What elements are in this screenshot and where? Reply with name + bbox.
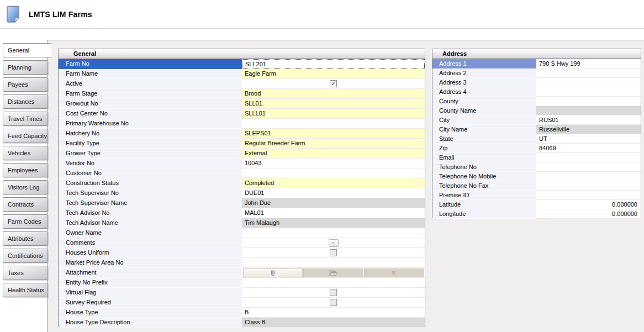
growout-no-value[interactable]: SLL01	[242, 99, 425, 109]
telephone-no-fax-value[interactable]	[536, 181, 641, 191]
tab-certifications[interactable]: Certifications	[3, 249, 48, 263]
construction-status-value[interactable]: Completed	[242, 178, 425, 188]
active-label[interactable]: Active	[59, 79, 242, 89]
houses-uniform-label[interactable]: Houses Uniform	[59, 248, 242, 258]
delete-attachment-button[interactable]: ×	[364, 268, 424, 277]
tab-employees[interactable]: Employees	[3, 163, 48, 177]
vendor-no-label[interactable]: Vendor No	[59, 159, 242, 168]
farm-name-label[interactable]: Farm Name	[59, 69, 242, 79]
telephone-no-label[interactable]: Telephone No	[432, 162, 536, 172]
entity-no-prefix-value[interactable]	[242, 278, 425, 288]
tab-feed-capacity[interactable]: Feed Capacity	[3, 129, 48, 143]
address-1-label[interactable]: Address 1	[432, 59, 536, 68]
primary-warehouse-no-label[interactable]: Primary Warehouse No	[59, 119, 242, 129]
hatchery-no-value[interactable]: SLEPS01	[242, 129, 425, 139]
tab-travel-times[interactable]: Travel Times	[3, 112, 48, 126]
grower-type-label[interactable]: Grower Type	[59, 149, 242, 159]
open-attachment-button[interactable]	[303, 268, 363, 277]
address-1-value[interactable]: 790 S Hwy 199	[536, 59, 641, 68]
growout-no-label[interactable]: Growout No	[59, 99, 242, 109]
house-type-value[interactable]: B	[242, 308, 425, 318]
hatchery-no-label[interactable]: Hatchery No	[59, 129, 242, 139]
premise-id-value[interactable]	[536, 191, 641, 200]
farm-no-label[interactable]: Farm No	[59, 59, 242, 69]
premise-id-label[interactable]: Premise ID	[432, 191, 536, 200]
state-label[interactable]: State	[432, 134, 536, 144]
state-value[interactable]: UT	[536, 134, 641, 144]
house-type-label[interactable]: House Type	[59, 308, 242, 318]
address-4-value[interactable]	[536, 87, 641, 97]
virtual-flag-checkbox[interactable]	[330, 289, 337, 296]
cost-center-no-value[interactable]: SLLL01	[242, 109, 425, 119]
tab-vehicles[interactable]: Vehicles	[3, 146, 48, 160]
latitude-value[interactable]: 0.000000	[536, 200, 641, 209]
email-label[interactable]: Email	[432, 153, 536, 162]
market-price-area-no-value[interactable]	[242, 258, 425, 268]
telephone-no-fax-label[interactable]: Telephone No Fax	[432, 181, 536, 191]
city-label[interactable]: City	[432, 115, 536, 125]
farm-stage-value[interactable]: Brood	[242, 89, 425, 99]
tab-general[interactable]: General	[3, 43, 51, 57]
tab-attributes[interactable]: Attributes	[3, 231, 48, 246]
farm-no-value[interactable]: SLL201	[242, 59, 425, 69]
tab-health-status[interactable]: Health Status	[3, 283, 48, 297]
customer-no-value[interactable]	[242, 168, 425, 178]
comments-button[interactable]: a	[329, 239, 339, 247]
county-value[interactable]	[536, 97, 641, 106]
facility-type-label[interactable]: Facility Type	[59, 139, 242, 149]
tech-supervisor-no-label[interactable]: Tech Supervisor No	[59, 188, 242, 198]
telephone-no-value[interactable]	[536, 162, 641, 172]
owner-name-value[interactable]	[242, 228, 425, 238]
address-2-value[interactable]	[536, 68, 641, 78]
tech-supervisor-name-label[interactable]: Tech Supervisor Name	[59, 198, 242, 208]
city-name-label[interactable]: City Name	[432, 125, 536, 134]
cost-center-no-label[interactable]: Cost Center No	[59, 109, 242, 119]
tab-taxes[interactable]: Taxes	[3, 266, 48, 280]
tab-farm-codes[interactable]: Farm Codes	[3, 214, 48, 229]
tab-contracts[interactable]: Contracts	[3, 197, 48, 212]
county-name-label[interactable]: County Name	[432, 106, 536, 115]
owner-name-label[interactable]: Owner Name	[59, 228, 242, 238]
address-4-label[interactable]: Address 4	[432, 87, 536, 97]
houses-uniform-checkbox[interactable]	[330, 249, 337, 256]
email-value[interactable]	[536, 153, 641, 162]
facility-type-value[interactable]: Regular Breeder Farm	[242, 139, 425, 149]
survey-required-checkbox[interactable]	[330, 299, 337, 306]
tab-distances[interactable]: Distances	[3, 94, 48, 109]
zip-value[interactable]: 84069	[536, 144, 641, 153]
house-type-description-label[interactable]: House Type Description	[59, 318, 242, 328]
tech-advisor-name-label[interactable]: Tech Advisor Name	[59, 218, 242, 228]
latitude-label[interactable]: Latitude	[432, 200, 536, 209]
entity-no-prefix-label[interactable]: Entity No Prefix	[59, 278, 242, 288]
tab-visitors-log[interactable]: Visitors Log	[3, 180, 48, 194]
attach-file-button[interactable]	[243, 268, 303, 277]
longitude-value[interactable]: 0.000000	[536, 209, 641, 219]
address-2-label[interactable]: Address 2	[432, 68, 536, 78]
tab-payees[interactable]: Payees	[3, 77, 48, 92]
telephone-no-mobile-value[interactable]	[536, 172, 641, 181]
telephone-no-mobile-label[interactable]: Telephone No Mobile	[432, 172, 536, 181]
tech-advisor-no-label[interactable]: Tech Advisor No	[59, 208, 242, 218]
longitude-label[interactable]: Longitude	[432, 209, 536, 219]
address-3-value[interactable]	[536, 78, 641, 87]
active-checkbox[interactable]: ✓	[330, 80, 337, 87]
primary-warehouse-no-value[interactable]	[242, 119, 425, 129]
comments-label[interactable]: Comments	[59, 238, 242, 248]
tech-advisor-no-value[interactable]: MAL01	[242, 208, 425, 218]
construction-status-label[interactable]: Construction Status	[59, 178, 242, 188]
farm-name-value[interactable]: Eagle Farm	[242, 69, 425, 79]
attachment-label[interactable]: Attachment	[59, 268, 242, 278]
customer-no-label[interactable]: Customer No	[59, 168, 242, 178]
city-value[interactable]: RUS01	[536, 115, 641, 125]
zip-label[interactable]: Zip	[432, 144, 536, 153]
tab-planning[interactable]: Planning	[3, 60, 48, 75]
survey-required-label[interactable]: Survey Required	[59, 298, 242, 308]
address-3-label[interactable]: Address 3	[432, 78, 536, 87]
market-price-area-no-label[interactable]: Market Price Area No	[59, 258, 242, 268]
tech-supervisor-no-value[interactable]: DUE01	[242, 188, 425, 198]
grower-type-value[interactable]: External	[242, 149, 425, 159]
farm-stage-label[interactable]: Farm Stage	[59, 89, 242, 99]
virtual-flag-label[interactable]: Virtual Flag	[59, 288, 242, 298]
vendor-no-value[interactable]: 10043	[242, 159, 425, 168]
county-label[interactable]: County	[432, 97, 536, 106]
